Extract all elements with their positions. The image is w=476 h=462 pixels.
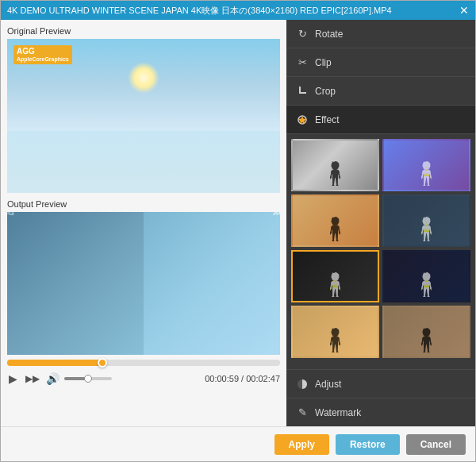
output-preview-label: Output Preview — [7, 199, 280, 209]
left-panel: Original Preview AGG AppleCoreGraphics O… — [1, 20, 286, 426]
rotate-icon: ↻ — [296, 28, 309, 40]
original-logo: AGG AppleCoreGraphics — [13, 45, 72, 64]
cancel-button[interactable]: Cancel — [406, 434, 466, 455]
effect-thumbnail-7[interactable]: 🧍 — [291, 306, 379, 358]
main-window: 4K DEMO ULTRAHD WINTER SCENE JAPAN 4K映像 … — [0, 0, 476, 462]
apply-button[interactable]: Apply — [274, 434, 329, 455]
tool-menu: ↻ Rotate ✂ Clip Crop — [286, 20, 475, 134]
output-logo-right: AGG — [273, 212, 280, 217]
step-forward-button[interactable]: ▶▶ — [24, 373, 41, 384]
controls-row: ▶ ▶▶ 🔊 00:00:59 / 00:02:47 — [7, 369, 280, 388]
output-right-panel: AGG — [144, 212, 280, 355]
silhouette-7: 🧍 — [321, 327, 349, 353]
effect-grid: 🧍 🧍 🧍 🧍 — [291, 139, 470, 358]
tool-clip[interactable]: ✂ Clip — [286, 48, 475, 77]
volume-thumb — [84, 375, 92, 383]
right-panel: ↻ Rotate ✂ Clip Crop — [286, 20, 475, 426]
output-left-panel: AGG — [7, 212, 144, 355]
silhouette-3: 🧍 — [321, 216, 349, 242]
tool-rotate[interactable]: ↻ Rotate — [286, 20, 475, 48]
effect-thumbnail-3[interactable]: 🧍 — [291, 194, 379, 247]
output-logo-left: AGG — [7, 212, 14, 217]
title-bar: 4K DEMO ULTRAHD WINTER SCENE JAPAN 4K映像 … — [1, 1, 475, 20]
tool-effect[interactable]: Effect — [286, 106, 475, 134]
play-button[interactable]: ▶ — [7, 372, 19, 385]
time-display: 00:00:59 / 00:02:47 — [205, 374, 280, 383]
adjust-icon — [296, 378, 309, 391]
effect-thumbnail-2[interactable]: 🧍 — [382, 139, 470, 191]
playback-controls: ▶ ▶▶ 🔊 00:00:59 / 00:02:47 — [7, 360, 280, 388]
tool-watermark[interactable]: ✎ Watermark — [286, 398, 475, 426]
effect-thumbnail-1[interactable]: 🧍 — [291, 139, 379, 191]
effect-thumbnail-4[interactable]: 🧍 — [382, 194, 470, 247]
output-preview-container: Output Preview AGG AGG — [7, 199, 280, 420]
original-preview-label: Original Preview — [7, 26, 280, 36]
window-title: 4K DEMO ULTRAHD WINTER SCENE JAPAN 4K映像 … — [7, 5, 392, 17]
restore-button[interactable]: Restore — [336, 434, 400, 455]
watermark-icon: ✎ — [296, 406, 309, 419]
svg-rect-1 — [299, 92, 306, 94]
effect-thumbnail-8[interactable]: 🧍 — [382, 306, 470, 358]
crop-icon — [296, 85, 309, 98]
sun-decoration — [128, 62, 159, 94]
progress-fill — [7, 360, 102, 366]
silhouette-5: 🧍 — [321, 271, 349, 298]
output-preview: AGG AGG — [7, 212, 280, 355]
clip-icon: ✂ — [296, 56, 309, 69]
silhouette-8: 🧍 — [413, 327, 440, 353]
effect-thumbnail-6[interactable]: 🧍 — [382, 250, 470, 302]
volume-slider[interactable] — [64, 377, 112, 380]
close-button[interactable]: ✕ — [459, 5, 469, 16]
progress-bar[interactable] — [7, 360, 280, 366]
silhouette-4: 🧍 — [413, 216, 440, 242]
silhouette-2: 🧍 — [413, 160, 440, 187]
silhouette-6: 🧍 — [413, 271, 440, 298]
effect-thumbnail-5[interactable]: 🧍 — [291, 250, 379, 302]
silhouette-1: 🧍 — [321, 160, 349, 187]
effect-panel: 🧍 🧍 🧍 🧍 — [286, 134, 475, 369]
tool-crop[interactable]: Crop — [286, 77, 475, 106]
volume-icon: 🔊 — [46, 372, 60, 385]
effect-icon — [296, 114, 309, 126]
original-preview: AGG AppleCoreGraphics — [7, 39, 280, 193]
bottom-bar: Apply Restore Cancel — [1, 426, 475, 461]
main-content: Original Preview AGG AppleCoreGraphics O… — [1, 20, 475, 426]
progress-thumb[interactable] — [98, 358, 107, 368]
tool-adjust[interactable]: Adjust — [286, 369, 475, 398]
